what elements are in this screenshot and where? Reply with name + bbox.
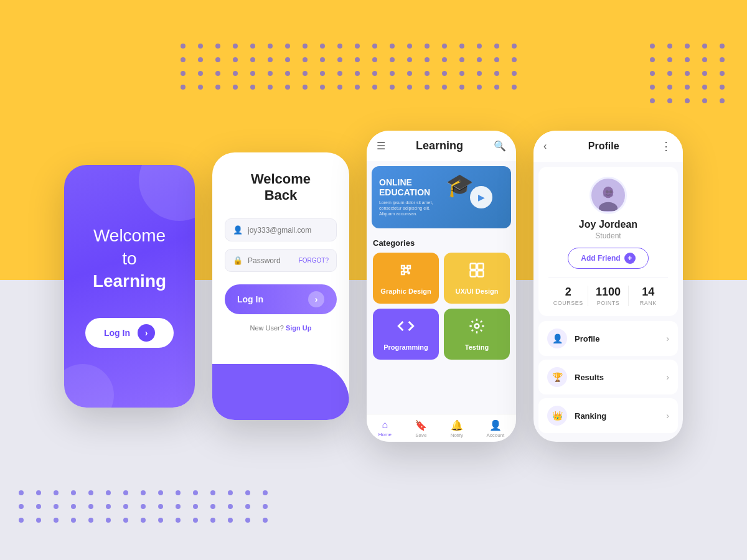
category-graphic-design[interactable]: Graphic Design <box>373 253 439 304</box>
dot <box>355 57 360 62</box>
dot <box>19 490 24 495</box>
dot-pattern-bottom <box>19 490 271 523</box>
dot <box>459 44 464 49</box>
dot <box>459 85 464 90</box>
dot <box>250 57 255 62</box>
dot <box>702 85 707 90</box>
dot <box>650 44 655 49</box>
dot <box>667 44 672 49</box>
back-icon[interactable]: ‹ <box>543 141 547 152</box>
nav-account[interactable]: 👤 Account <box>486 419 504 438</box>
dot <box>355 44 360 49</box>
ranking-menu-icon: 👑 <box>547 406 567 426</box>
dot <box>106 504 111 509</box>
login-button[interactable]: Log In › <box>225 284 337 314</box>
password-field-container: 🔒 FORGOT? <box>225 249 337 272</box>
phone-learning: ☰ Learning 🔍 ONLINE EDUCATION Lorem ipsu… <box>367 131 516 442</box>
dot <box>650 71 655 76</box>
dot <box>210 504 215 509</box>
dot <box>372 57 377 62</box>
dot <box>193 490 198 495</box>
courses-count: 2 <box>565 286 571 299</box>
graduation-cap-icon: 🎓 <box>446 172 474 198</box>
dot <box>667 71 672 76</box>
nav-home[interactable]: ⌂ Home <box>378 419 392 438</box>
svg-rect-11 <box>603 194 614 196</box>
dot <box>106 518 111 523</box>
menu-item-results[interactable]: 🏆 Results › <box>538 360 678 394</box>
add-friend-button[interactable]: Add Friend + <box>568 248 648 269</box>
login-arrow-circle: › <box>308 291 324 307</box>
profile-menu-label: Profile <box>575 334 659 343</box>
graphic-design-label: Graphic Design <box>380 287 431 295</box>
screens-container: Welcome to Learning Log In › Welcome Bac… <box>64 131 683 442</box>
login-arrow-icon: › <box>138 324 155 342</box>
plus-icon: + <box>624 253 636 264</box>
email-input[interactable] <box>248 226 329 235</box>
svg-rect-4 <box>477 271 483 276</box>
dot <box>390 71 395 76</box>
svg-rect-1 <box>471 264 476 269</box>
svg-point-10 <box>609 190 613 194</box>
welcome-login-button[interactable]: Log In › <box>85 318 174 348</box>
email-field-container: 👤 <box>225 218 337 241</box>
home-icon: ⌂ <box>382 419 388 431</box>
learning-title: Learning <box>416 139 463 152</box>
phone-welcome: Welcome to Learning Log In › <box>64 165 195 408</box>
category-uxui-design[interactable]: UX/UI Design <box>444 253 510 304</box>
avatar <box>590 177 627 214</box>
dot <box>198 57 203 62</box>
stat-points: 1100 POINTS <box>588 286 627 306</box>
programming-icon <box>397 317 415 338</box>
user-icon: 👤 <box>233 225 243 235</box>
signup-link[interactable]: Sign Up <box>286 324 312 332</box>
dot <box>285 44 290 49</box>
dot <box>702 98 707 103</box>
dot <box>355 71 360 76</box>
dot <box>407 57 412 62</box>
password-input[interactable] <box>248 256 294 265</box>
nav-notify[interactable]: 🔔 Notify <box>451 419 463 438</box>
dot <box>210 490 215 495</box>
category-testing[interactable]: Testing <box>444 309 510 360</box>
dot <box>193 518 198 523</box>
dot <box>88 504 93 509</box>
rank-count: 14 <box>642 286 654 299</box>
dot <box>650 57 655 62</box>
dot <box>228 490 233 495</box>
testing-label: Testing <box>465 343 489 351</box>
menu-item-profile[interactable]: 👤 Profile › <box>538 321 678 356</box>
dot <box>425 71 430 76</box>
dot <box>141 504 146 509</box>
dot <box>667 98 672 103</box>
play-button[interactable]: ▶ <box>470 186 492 208</box>
results-menu-icon: 🏆 <box>547 367 567 387</box>
dot <box>477 85 482 90</box>
dot <box>123 504 128 509</box>
dot <box>210 518 215 523</box>
programming-label: Programming <box>383 343 428 351</box>
dot <box>494 57 499 62</box>
points-count: 1100 <box>596 286 621 299</box>
welcome-title: Welcome to Learning <box>93 225 166 292</box>
dot <box>372 44 377 49</box>
testing-icon <box>468 317 486 338</box>
dot <box>425 44 430 49</box>
dot <box>303 71 308 76</box>
forgot-link[interactable]: FORGOT? <box>299 257 329 264</box>
dot <box>71 518 76 523</box>
search-icon[interactable]: 🔍 <box>494 140 506 152</box>
category-programming[interactable]: Programming <box>373 309 439 360</box>
save-icon: 🔖 <box>415 419 427 431</box>
more-options-icon[interactable]: ⋮ <box>660 139 673 153</box>
dot <box>390 57 395 62</box>
nav-save[interactable]: 🔖 Save <box>415 419 427 438</box>
phone-login: Welcome Back 👤 🔒 FORGOT? Log In › New Us… <box>212 152 349 420</box>
menu-hamburger-icon[interactable]: ☰ <box>377 140 385 152</box>
dot <box>494 85 499 90</box>
dot <box>720 98 725 103</box>
dot <box>268 71 273 76</box>
dot <box>250 71 255 76</box>
menu-item-ranking[interactable]: 👑 Ranking › <box>538 398 678 433</box>
dot <box>459 71 464 76</box>
